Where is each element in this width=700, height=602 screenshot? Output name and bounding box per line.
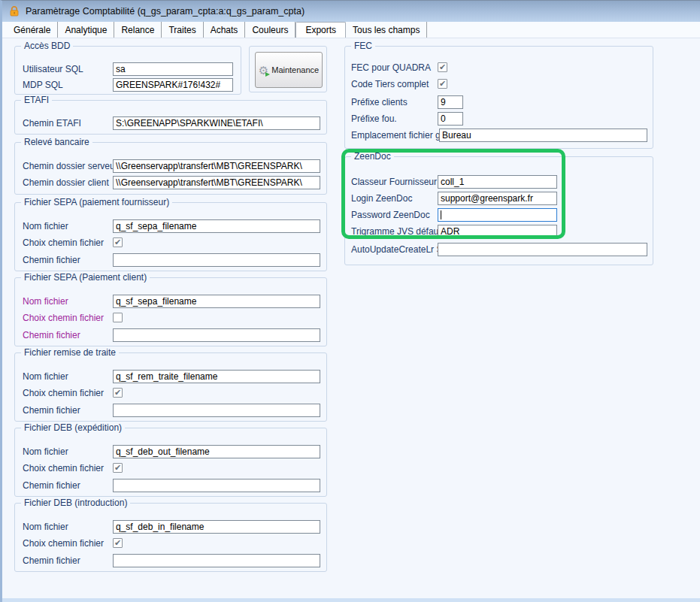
- group-fichier-deb-expedition: Fichier DEB (expédition) Nom fichier Cho…: [14, 428, 327, 497]
- maintenance-panel: ⚙ Maintenance: [249, 46, 327, 92]
- trigramme-jvs-defaut-input[interactable]: [438, 225, 557, 238]
- code-tiers-complet-checkbox[interactable]: ✔: [438, 79, 447, 89]
- chemin-dossier-serveur-label: Chemin dossier serveur: [23, 159, 118, 173]
- emplacement-fichier-gen-label: Emplacement fichier gen.: [351, 129, 453, 142]
- nom-fichier-label: Nom fichier: [23, 520, 68, 534]
- group-fichier-remise-traite: Fichier remise de traite Nom fichier Cho…: [14, 352, 327, 422]
- tab-analytique[interactable]: Analytique: [58, 22, 114, 38]
- text-caret: [441, 210, 441, 219]
- group-title-remise-traite: Fichier remise de traite: [21, 347, 119, 358]
- prefixe-fou-label: Préfixe fou.: [351, 112, 397, 126]
- code-tiers-complet-label: Code Tiers complet: [351, 77, 429, 91]
- nom-fichier-input[interactable]: [113, 520, 320, 534]
- tab-exports[interactable]: Exports: [295, 22, 346, 38]
- login-zeendoc-label: Login ZeenDoc: [351, 192, 412, 205]
- group-releve-bancaire: Relevé bancaire Chemin dossier serveur C…: [14, 142, 327, 195]
- group-fichier-sepa-fournisseur: Fichier SEPA (paiement fournisseur) Nom …: [14, 202, 327, 271]
- prefixe-clients-label: Préfixe clients: [351, 95, 408, 109]
- choix-chemin-fichier-checkbox[interactable]: ✔: [113, 237, 123, 247]
- chemin-dossier-serveur-input[interactable]: [113, 159, 320, 173]
- gear-icon: ⚙: [259, 65, 268, 76]
- maintenance-button-label: Maintenance: [271, 65, 319, 74]
- group-fichier-deb-introduction: Fichier DEB (introduction) Nom fichier C…: [14, 503, 327, 572]
- choix-chemin-fichier-checkbox[interactable]: ✔: [113, 388, 123, 398]
- chemin-fichier-label: Chemin fichier: [23, 404, 80, 417]
- utilisateur-sql-label: Utilisateur SQL: [23, 62, 83, 76]
- mdp-sql-input[interactable]: [113, 78, 233, 92]
- green-arrow-icon: [265, 72, 270, 77]
- nom-fichier-label: Nom fichier: [23, 445, 68, 458]
- group-title-etafi: ETAFI: [21, 95, 52, 105]
- tab-achats[interactable]: Achats: [204, 22, 246, 38]
- chemin-fichier-label: Chemin fichier: [23, 554, 80, 567]
- fec-quadra-checkbox[interactable]: ✔: [438, 62, 447, 72]
- maintenance-button[interactable]: ⚙ Maintenance: [255, 52, 323, 88]
- nom-fichier-input[interactable]: [113, 445, 320, 458]
- tab-generale[interactable]: Générale: [7, 22, 58, 38]
- choix-chemin-fichier-checkbox[interactable]: [113, 313, 123, 322]
- login-zeendoc-input[interactable]: [438, 192, 557, 205]
- choix-chemin-fichier-label: Choix chemin fichier: [23, 537, 104, 550]
- choix-chemin-fichier-label: Choix chemin fichier: [23, 311, 104, 325]
- group-title-zeendoc: ZeenDoc: [351, 151, 394, 162]
- group-zeendoc: ZeenDoc Classeur Fournisseur Login ZeenD…: [344, 156, 653, 265]
- classeur-fournisseur-label: Classeur Fournisseur: [351, 175, 437, 189]
- tab-traites[interactable]: Traites: [162, 22, 203, 38]
- client-area: Accès BDD Utilisateur SQL MDP SQL ⚙ Main…: [2, 38, 700, 598]
- window-bottom-edge: [2, 598, 700, 602]
- group-fichier-sepa-client: Fichier SEPA (Paiement client) Nom fichi…: [14, 277, 327, 346]
- autoupdatecreatelr-spe-input[interactable]: [438, 243, 647, 256]
- tab-tous-les-champs[interactable]: Tous les champs: [346, 22, 427, 38]
- group-title-fec: FEC: [351, 41, 375, 51]
- chemin-fichier-input[interactable]: [113, 479, 320, 492]
- nom-fichier-input[interactable]: [113, 295, 320, 308]
- chemin-dossier-client-input[interactable]: [113, 176, 320, 189]
- chemin-fichier-input[interactable]: [113, 554, 320, 567]
- choix-chemin-fichier-label: Choix chemin fichier: [23, 236, 104, 250]
- choix-chemin-fichier-checkbox[interactable]: ✔: [113, 463, 123, 473]
- prefixe-clients-input[interactable]: [438, 95, 463, 109]
- nom-fichier-label: Nom fichier: [23, 219, 68, 233]
- app-window: Paramètrage Comptabilité (q_gs_param_cpt…: [0, 0, 700, 602]
- group-title-releve-bancaire: Relevé bancaire: [21, 137, 92, 147]
- mdp-sql-label: MDP SQL: [23, 78, 63, 92]
- tab-relance[interactable]: Relance: [114, 22, 162, 38]
- choix-chemin-fichier-label: Choix chemin fichier: [23, 461, 104, 475]
- group-title-sepa-fournisseur: Fichier SEPA (paiement fournisseur): [21, 197, 172, 207]
- chemin-fichier-input[interactable]: [113, 404, 320, 417]
- tab-couleurs[interactable]: Couleurs: [245, 22, 295, 38]
- group-title-sepa-client: Fichier SEPA (Paiement client): [21, 272, 150, 283]
- lock-icon: [8, 5, 20, 17]
- chemin-fichier-input[interactable]: [113, 328, 320, 342]
- nom-fichier-label: Nom fichier: [23, 295, 68, 308]
- group-acces-bdd: Accès BDD Utilisateur SQL MDP SQL: [14, 46, 241, 95]
- window-title: Paramètrage Comptabilité (q_gs_param_cpt…: [26, 6, 305, 17]
- chemin-fichier-input[interactable]: [113, 253, 320, 267]
- nom-fichier-input[interactable]: [113, 370, 320, 383]
- password-zeendoc-input[interactable]: [438, 208, 557, 222]
- group-title-acces-bdd: Accès BDD: [21, 41, 73, 51]
- group-title-deb-expedition: Fichier DEB (expédition): [21, 422, 125, 433]
- password-zeendoc-label: Password ZeenDoc: [351, 208, 430, 222]
- chemin-fichier-label: Chemin fichier: [23, 253, 80, 267]
- group-etafi: ETAFI Chemin ETAFI: [14, 100, 327, 135]
- fec-quadra-label: FEC pour QUADRA: [351, 61, 431, 74]
- trigramme-jvs-defaut-label: Trigramme JVS défaut: [351, 225, 441, 238]
- chemin-fichier-label: Chemin fichier: [23, 328, 80, 342]
- chemin-dossier-client-label: Chemin dossier client: [23, 176, 109, 189]
- prefixe-fou-input[interactable]: [438, 112, 463, 126]
- utilisateur-sql-input[interactable]: [113, 62, 233, 76]
- choix-chemin-fichier-label: Choix chemin fichier: [23, 386, 104, 400]
- chemin-etafi-input[interactable]: [113, 116, 320, 130]
- emplacement-fichier-gen-input[interactable]: [439, 129, 647, 142]
- group-fec: FEC FEC pour QUADRA ✔ Code Tiers complet…: [344, 46, 653, 149]
- chemin-etafi-label: Chemin ETAFI: [23, 116, 81, 130]
- nom-fichier-input[interactable]: [113, 219, 320, 233]
- titlebar[interactable]: Paramètrage Comptabilité (q_gs_param_cpt…: [2, 1, 700, 22]
- classeur-fournisseur-input[interactable]: [438, 175, 557, 189]
- group-title-deb-introduction: Fichier DEB (introduction): [21, 498, 130, 508]
- tab-bar: Générale Analytique Relance Traites Acha…: [2, 22, 700, 38]
- chemin-fichier-label: Chemin fichier: [23, 479, 80, 492]
- choix-chemin-fichier-checkbox[interactable]: ✔: [113, 538, 123, 548]
- nom-fichier-label: Nom fichier: [23, 370, 68, 383]
